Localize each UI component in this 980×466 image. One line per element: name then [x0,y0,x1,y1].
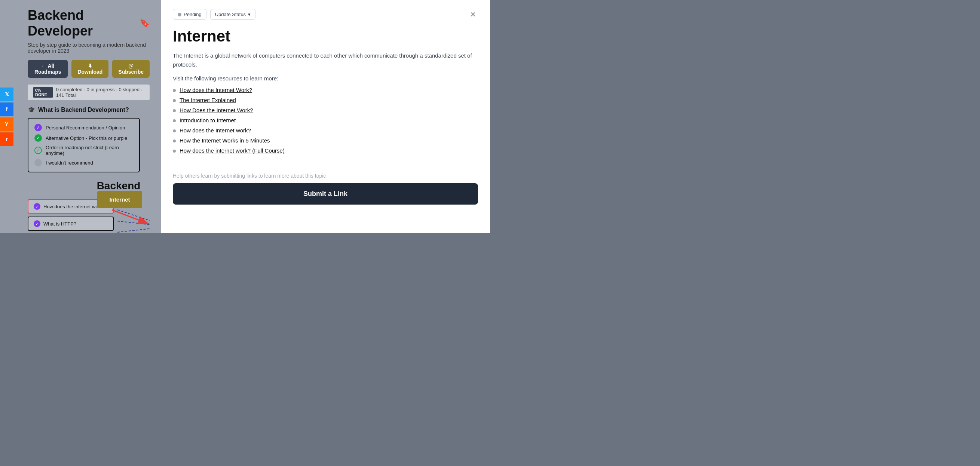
reddit-button[interactable]: r [0,132,13,146]
resource-link-4[interactable]: How does the Internet work? [180,127,251,134]
list-item: Introduction to Internet [173,117,478,123]
subscribe-button[interactable]: @ Subscribe [112,60,150,78]
resource-link-0[interactable]: How does the Internet Work? [180,87,252,93]
legend-item-green: ✓ Alternative Option - Pick this or purp… [34,134,133,142]
right-panel: Pending Update Status ▾ ✕ Internet The I… [161,0,490,233]
svg-line-2 [118,229,150,232]
legend-item-green-outline: ✓ Order in roadmap not strict (Learn any… [34,145,133,156]
list-item: How the Internet Works in 5 Minutes [173,137,478,144]
progress-bar: 0% DONE 0 completed · 0 in progress · 0 … [28,84,150,100]
bullet-6 [173,150,176,153]
svg-line-4 [112,210,149,224]
resource-link-3[interactable]: Introduction to Internet [180,117,235,123]
resource-link-5[interactable]: How the Internet Works in 5 Minutes [180,137,270,144]
list-item: The Internet Explained [173,97,478,103]
legend-dot-outline: ✓ [34,146,42,154]
bullet-0 [173,89,176,92]
twitter-button[interactable]: 𝕏 [0,87,13,101]
bullet-5 [173,140,176,143]
submit-helper: Help others learn by submitting links to… [173,173,478,179]
status-row: Pending Update Status ▾ [173,9,256,20]
node-http[interactable]: ✓ What is HTTP? [28,216,114,231]
status-dot [178,13,181,16]
internet-node[interactable]: Internet [97,191,142,208]
panel-description: The Internet is a global network of comp… [173,51,478,69]
roadmap-title: Backend Developer 🔖 [28,8,150,39]
hackernews-button[interactable]: Y [0,118,13,131]
legend-item-gray: I wouldn't recommend [34,159,133,167]
panel-title: Internet [173,27,478,45]
legend-dot-green: ✓ [34,134,42,142]
facebook-button[interactable]: f [0,102,13,116]
resources-label: Visit the following resources to learn m… [173,75,478,81]
chevron-down-icon: ▾ [248,11,251,17]
svg-line-0 [118,210,150,221]
list-item: How does the Internet work? [173,127,478,134]
roadmap-subtitle: Step by step guide to becoming a modern … [28,42,150,54]
pending-label: Pending [184,11,202,17]
resource-list: How does the Internet Work? The Internet… [173,87,478,154]
section-header-icon: 🎓 [28,106,35,113]
legend-dot-purple: ✓ [34,124,42,131]
legend-dot-gray [34,159,42,167]
resource-link-6[interactable]: How does the internet work? (Full Course… [180,147,285,154]
progress-stats: 0 completed · 0 in progress · 0 skipped … [56,87,145,98]
social-sidebar: 𝕏 f Y r [0,87,13,146]
nodes-area: Backend ✓ How does the internet work? [28,180,150,233]
resource-link-2[interactable]: How Does the Internet Work? [180,107,253,113]
resource-link-1[interactable]: The Internet Explained [180,97,236,103]
svg-line-1 [118,221,150,225]
submit-section: Help others learn by submitting links to… [173,165,478,205]
list-item: How does the internet work? (Full Course… [173,147,478,154]
bullet-2 [173,109,176,112]
backend-label: Backend [88,180,150,192]
submit-link-button[interactable]: Submit a Link [173,183,478,205]
bullet-4 [173,129,176,132]
left-panel: 𝕏 f Y r Backend Developer 🔖 Step by step… [0,0,161,233]
list-item: How Does the Internet Work? [173,107,478,113]
progress-badge: 0% DONE [33,87,53,98]
legend-box: ✓ Personal Recommendation / Opinion ✓ Al… [28,118,140,172]
node-check-2: ✓ [33,220,40,227]
download-button[interactable]: ⬇ Download [72,60,108,78]
list-item: How does the Internet Work? [173,87,478,93]
close-button[interactable]: ✕ [468,10,478,20]
bookmark-icon[interactable]: 🔖 [140,18,150,28]
legend-item-purple: ✓ Personal Recommendation / Opinion [34,124,133,131]
button-row: ← All Roadmaps ⬇ Download @ Subscribe [28,60,150,78]
update-status-button[interactable]: Update Status ▾ [210,9,256,20]
node-check-1: ✓ [33,203,40,210]
bullet-3 [173,119,176,122]
all-roadmaps-button[interactable]: ← All Roadmaps [28,60,68,78]
bullet-1 [173,99,176,102]
status-pending: Pending [173,9,207,20]
section-header: 🎓 What is Backend Development? [28,106,150,113]
panel-header: Pending Update Status ▾ ✕ [173,9,478,20]
